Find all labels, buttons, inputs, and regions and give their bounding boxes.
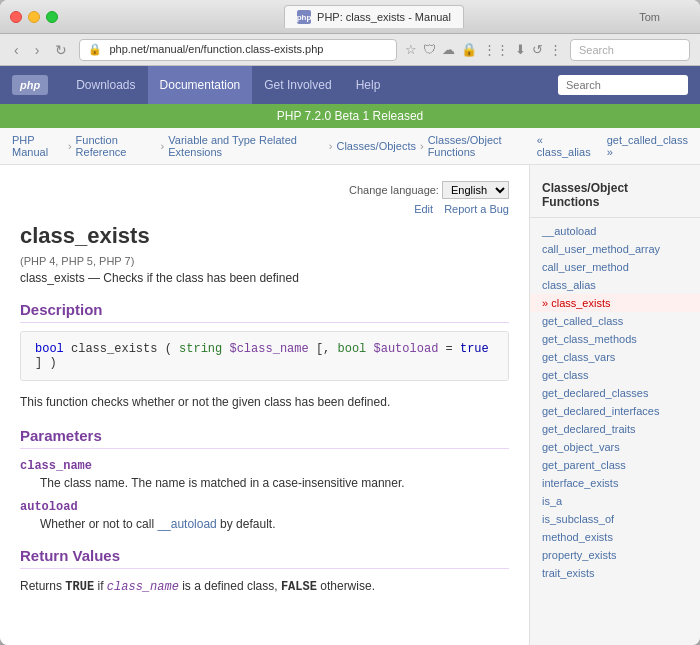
sidebar: Classes/Object Functions __autoload call… xyxy=(530,165,700,645)
sidebar-item-get-class-methods[interactable]: get_class_methods xyxy=(530,330,700,348)
param-autoload-post: by default. xyxy=(217,517,276,531)
code-bool2: bool xyxy=(338,342,367,356)
announcement-bar: PHP 7.2.0 Beta 1 Released xyxy=(0,104,700,128)
breadcrumb-php-manual[interactable]: PHP Manual xyxy=(12,134,64,158)
breadcrumb-variable-extensions[interactable]: Variable and Type Related Extensions xyxy=(168,134,325,158)
param-class-name: class_name xyxy=(20,459,509,473)
change-lang-label: Change language: xyxy=(349,184,439,196)
param-autoload-pre: Whether or not to call xyxy=(40,517,157,531)
breadcrumb-sep-4: › xyxy=(420,140,424,152)
return-mid: if xyxy=(94,579,107,593)
browser-window: php PHP: class_exists - Manual Tom ‹ › ↻… xyxy=(0,0,700,645)
lock-icon: 🔒 xyxy=(461,42,477,57)
return-mid2: is a defined class, xyxy=(179,579,281,593)
php-versions: (PHP 4, PHP 5, PHP 7) xyxy=(20,255,509,267)
description-text: class_exists — Checks if the class has b… xyxy=(20,271,299,285)
maximize-button[interactable] xyxy=(46,11,58,23)
back-button[interactable]: ‹ xyxy=(10,40,23,60)
description-prose: This function checks whether or not the … xyxy=(20,393,509,411)
sidebar-item-get-declared-traits[interactable]: get_declared_traits xyxy=(530,420,700,438)
sidebar-item-call-user-method-array[interactable]: call_user_method_array xyxy=(530,240,700,258)
edit-link[interactable]: Edit xyxy=(414,203,433,215)
return-false: FALSE xyxy=(281,580,317,594)
code-bool: bool xyxy=(35,342,64,356)
sidebar-item-class-alias[interactable]: class_alias xyxy=(530,276,700,294)
sidebar-item-class-exists[interactable]: class_exists xyxy=(530,294,700,312)
nav-documentation[interactable]: Documentation xyxy=(148,66,253,104)
parameters-section-title: Parameters xyxy=(20,427,509,449)
prev-next-nav: « class_alias get_called_class » xyxy=(537,134,688,158)
autoload-link[interactable]: __autoload xyxy=(157,517,216,531)
close-button[interactable] xyxy=(10,11,22,23)
address-bar: ‹ › ↻ 🔒 php.net/manual/en/function.class… xyxy=(0,34,700,66)
return-end: otherwise. xyxy=(317,579,375,593)
shield-icon: 🛡 xyxy=(423,42,436,57)
page-title: class_exists xyxy=(20,223,509,249)
refresh-button[interactable]: ↻ xyxy=(51,40,71,60)
sidebar-item-is-subclass-of[interactable]: is_subclass_of xyxy=(530,510,700,528)
bookmark-icon[interactable]: ☆ xyxy=(405,42,417,57)
report-bug-link[interactable]: Report a Bug xyxy=(444,203,509,215)
sidebar-item-call-user-method[interactable]: call_user_method xyxy=(530,258,700,276)
breadcrumb-sep-2: › xyxy=(161,140,165,152)
announcement-text: PHP 7.2.0 Beta 1 Released xyxy=(277,109,424,123)
sidebar-item-is-a[interactable]: is_a xyxy=(530,492,700,510)
param-autoload: autoload xyxy=(20,500,509,514)
sidebar-item-trait-exists[interactable]: trait_exists xyxy=(530,564,700,582)
nav-get-involved[interactable]: Get Involved xyxy=(252,66,343,104)
breadcrumb-classes-objects[interactable]: Classes/Objects xyxy=(336,140,415,152)
cloud-icon: ☁ xyxy=(442,42,455,57)
description-section-title: Description xyxy=(20,301,509,323)
sidebar-item-get-parent-class[interactable]: get_parent_class xyxy=(530,456,700,474)
forward-button[interactable]: › xyxy=(31,40,44,60)
sidebar-item-get-class[interactable]: get_class xyxy=(530,366,700,384)
search-placeholder: Search xyxy=(579,44,614,56)
address-input[interactable]: 🔒 php.net/manual/en/function.class-exist… xyxy=(79,39,397,61)
prev-link[interactable]: « class_alias xyxy=(537,134,591,158)
tab-favicon: php xyxy=(297,10,311,24)
browser-search[interactable]: Search xyxy=(570,39,690,61)
sidebar-item-method-exists[interactable]: method_exists xyxy=(530,528,700,546)
breadcrumb-bar: PHP Manual › Function Reference › Variab… xyxy=(0,128,700,165)
breadcrumb-sep-3: › xyxy=(329,140,333,152)
return-values-prose: Returns TRUE if class_name is a defined … xyxy=(20,577,509,596)
sidebar-item-property-exists[interactable]: property_exists xyxy=(530,546,700,564)
sidebar-item-interface-exists[interactable]: interface_exists xyxy=(530,474,700,492)
content-area: Change language: English Edit Report a B… xyxy=(0,165,530,645)
code-bracket2: ] ) xyxy=(35,356,57,370)
change-language-row: Change language: English xyxy=(20,181,509,199)
code-true: true xyxy=(460,342,489,356)
sidebar-title: Classes/Object Functions xyxy=(530,175,700,218)
next-link[interactable]: get_called_class » xyxy=(607,134,688,158)
param-autoload-desc: Whether or not to call __autoload by def… xyxy=(40,517,509,531)
code-bracket1: [, xyxy=(316,342,338,356)
traffic-lights xyxy=(10,11,58,23)
param-class-name-desc: The class name. The name is matched in a… xyxy=(40,476,509,490)
download-icon[interactable]: ⬇ xyxy=(515,42,526,57)
code-default: = xyxy=(446,342,460,356)
browser-tab[interactable]: php PHP: class_exists - Manual xyxy=(284,5,464,28)
breadcrumb-classes-object-functions[interactable]: Classes/Object Functions xyxy=(428,134,533,158)
code-func: class_exists ( xyxy=(71,342,179,356)
sidebar-item-get-declared-interfaces[interactable]: get_declared_interfaces xyxy=(530,402,700,420)
edit-links: Edit Report a Bug xyxy=(20,203,509,215)
sidebar-item-autoload[interactable]: __autoload xyxy=(530,222,700,240)
code-param2: $autoload xyxy=(374,342,439,356)
description-code: bool class_exists ( string $class_name [… xyxy=(20,331,509,381)
sidebar-item-get-object-vars[interactable]: get_object_vars xyxy=(530,438,700,456)
breadcrumb-sep-1: › xyxy=(68,140,72,152)
more-icon[interactable]: ⋮ xyxy=(549,42,562,57)
grid-icon[interactable]: ⋮⋮ xyxy=(483,42,509,57)
nav-search-input[interactable] xyxy=(558,75,688,95)
sidebar-item-get-declared-classes[interactable]: get_declared_classes xyxy=(530,384,700,402)
sidebar-item-get-called-class[interactable]: get_called_class xyxy=(530,312,700,330)
return-code: class_name xyxy=(107,580,179,594)
minimize-button[interactable] xyxy=(28,11,40,23)
nav-downloads[interactable]: Downloads xyxy=(64,66,147,104)
tab-title: PHP: class_exists - Manual xyxy=(317,11,451,23)
nav-help[interactable]: Help xyxy=(344,66,393,104)
breadcrumb-function-reference[interactable]: Function Reference xyxy=(76,134,157,158)
language-select[interactable]: English xyxy=(442,181,509,199)
sidebar-item-get-class-vars[interactable]: get_class_vars xyxy=(530,348,700,366)
refresh-icon2[interactable]: ↺ xyxy=(532,42,543,57)
